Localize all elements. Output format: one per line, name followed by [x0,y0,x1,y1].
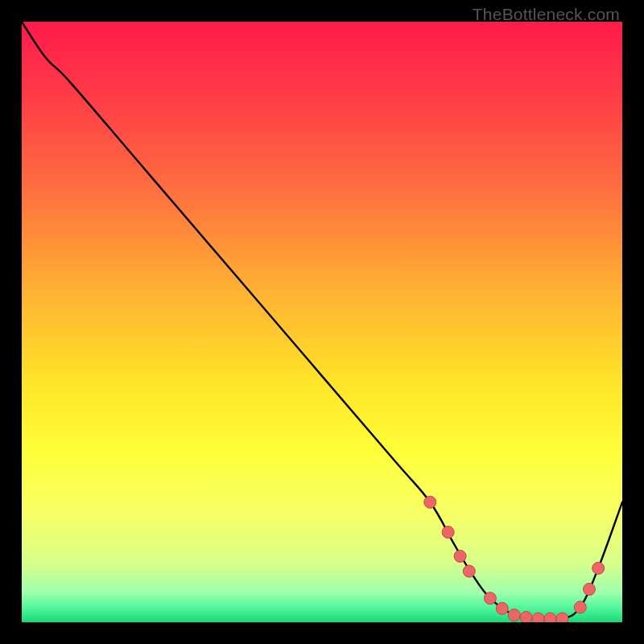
curve-marker [484,592,496,605]
curve-marker [574,601,586,613]
curve-marker [442,526,454,539]
chart-svg [22,22,622,622]
gradient-background [22,22,622,622]
curve-marker [520,612,532,622]
curve-marker [583,583,595,595]
curve-marker [532,613,544,622]
curve-marker [544,613,556,622]
curve-marker [556,613,568,622]
chart-container: TheBottleneck.com [0,0,644,644]
curve-marker [592,562,605,574]
curve-marker [454,550,466,562]
plot-area [22,22,622,622]
curve-marker [463,565,475,577]
curve-marker [508,609,520,621]
curve-marker [496,602,508,614]
curve-marker [424,496,436,508]
